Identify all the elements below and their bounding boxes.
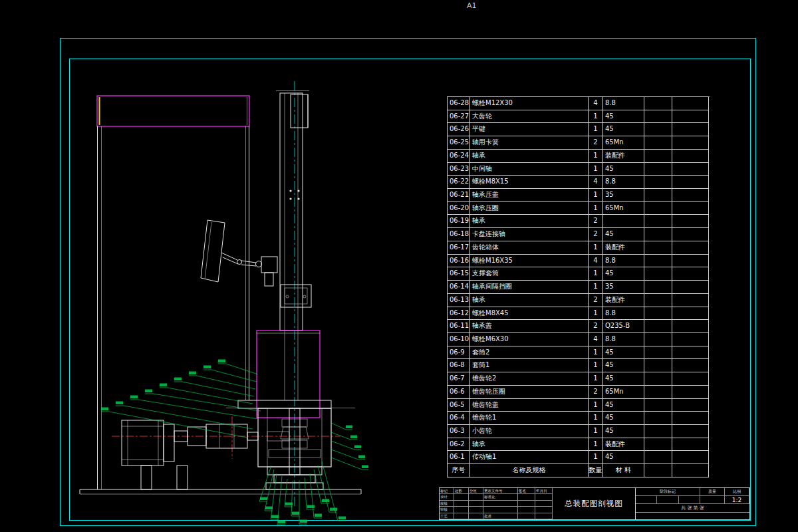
bom-cell-qty: 1 — [589, 438, 603, 452]
bom-row: 06-13轴承2装配件 — [448, 294, 710, 307]
revision-table: 标记 处数 分区 更改文件号 签名 年月日 设计 标准化 校核 审核 工艺 — [440, 488, 553, 519]
bom-cell-qty: 4 — [589, 97, 603, 110]
cad-canvas: A1 — [0, 0, 798, 532]
bom-row: 06-6锥齿轮压圈265Mn — [448, 386, 710, 399]
bom-row: 06-11轴承盖2Q235-B — [448, 320, 710, 333]
bom-cell-name: 轴承 — [470, 215, 589, 228]
bom-cell-material: 45 — [603, 228, 644, 241]
bom-cell-extra2 — [672, 386, 709, 399]
bom-cell-extra1 — [644, 228, 672, 241]
role-design: 设计 — [440, 494, 454, 500]
bom-cell-qty: 1 — [589, 150, 603, 163]
bom-cell-extra2 — [672, 228, 709, 241]
bom-cell-qty: 1 — [589, 359, 603, 372]
bom-cell-no: 06-13 — [448, 294, 470, 307]
bom-cell-extra2 — [672, 189, 709, 202]
mass-label: 质量 — [700, 488, 725, 496]
bom-cell-qty: 1 — [589, 399, 603, 412]
top-beam — [97, 96, 249, 489]
bom-cell-extra2 — [672, 255, 709, 268]
bom-cell-material: 45 — [603, 123, 644, 136]
bom-cell-extra1 — [644, 202, 672, 215]
bom-cell-extra2 — [672, 307, 709, 321]
bom-cell-extra1 — [644, 333, 672, 346]
bom-cell-extra2 — [672, 281, 709, 294]
bom-cell-material: 45 — [603, 359, 644, 372]
bom-cell-name: 轴承压盖 — [470, 189, 589, 202]
bom-cell-material: 45 — [603, 372, 644, 386]
bom-cell-qty: 1 — [589, 163, 603, 176]
bom-cell-qty: 1 — [589, 412, 603, 425]
bom-cell-extra1 — [644, 267, 672, 281]
bom-table: 06-28螺栓M12X3048.806-27大齿轮14506-26平键14506… — [447, 96, 710, 477]
bom-cell-material: 65Mn — [603, 386, 644, 399]
bom-cell-extra1 — [644, 451, 672, 464]
title-block-info: 阶段标记 质量 比例 1:2 共 张 第 张 — [636, 488, 749, 519]
bom-cell-qty: 1 — [589, 346, 603, 360]
bom-cell-material: 45 — [603, 412, 644, 425]
role-approve: 批准 — [483, 513, 518, 519]
bom-cell-qty: 数量 — [589, 464, 603, 477]
bom-cell-no: 06-22 — [448, 176, 470, 189]
bom-cell-extra2 — [672, 163, 709, 176]
bom-row: 06-10螺栓M6X3048.8 — [448, 333, 710, 346]
bom-cell-name: 锥齿轮2 — [470, 372, 589, 386]
bom-cell-extra2 — [672, 412, 709, 425]
role-audit: 审核 — [440, 507, 454, 513]
bom-cell-extra1 — [644, 123, 672, 136]
bom-cell-extra1 — [644, 372, 672, 386]
bom-cell-extra1 — [644, 241, 672, 255]
bom-row: 06-8套筒1145 — [448, 359, 710, 372]
bom-cell-no: 06-4 — [448, 412, 470, 425]
bom-cell-extra1 — [644, 255, 672, 268]
bom-cell-no: 06-2 — [448, 438, 470, 452]
bom-cell-material: Q235-B — [603, 320, 644, 333]
bom-cell-extra2 — [672, 425, 709, 438]
bom-cell-qty: 1 — [589, 241, 603, 255]
bom-cell-material: 8.8 — [603, 255, 644, 268]
rev-header: 标记 — [440, 488, 454, 494]
bom-cell-no: 06-9 — [448, 346, 470, 360]
bom-cell-name: 螺栓M8X45 — [470, 307, 589, 321]
mounting-plate — [226, 400, 355, 408]
bom-cell-name: 大齿轮 — [470, 110, 589, 124]
bom-cell-name: 支撑套筒 — [470, 267, 589, 281]
scale-label: 比例 — [725, 488, 749, 496]
bom-row: 06-27大齿轮145 — [448, 110, 710, 124]
bom-cell-material: 45 — [603, 451, 644, 464]
bom-cell-name: 轴承间隔挡圈 — [470, 281, 589, 294]
bom-cell-name: 小齿轮 — [470, 425, 589, 438]
bom-row: 06-28螺栓M12X3048.8 — [448, 97, 710, 110]
bom-cell-name: 齿轮箱体 — [470, 241, 589, 255]
monitor-arm — [201, 220, 277, 286]
bom-cell-name: 平键 — [470, 123, 589, 136]
bom-row: 06-5锥齿轮盖145 — [448, 399, 710, 412]
bom-cell-material: 装配件 — [603, 241, 644, 255]
bom-cell-no: 06-17 — [448, 241, 470, 255]
bom-cell-name: 传动轴1 — [470, 451, 589, 464]
bom-cell-no: 06-15 — [448, 267, 470, 281]
bom-cell-extra2 — [672, 359, 709, 372]
bom-cell-material: 装配件 — [603, 150, 644, 163]
bom-cell-extra1 — [644, 438, 672, 452]
bom-cell-no: 06-28 — [448, 97, 470, 110]
bom-cell-qty: 2 — [589, 294, 603, 307]
bom-cell-material: 8.8 — [603, 176, 644, 189]
bom-cell-qty: 2 — [589, 320, 603, 333]
bom-cell-no: 06-7 — [448, 372, 470, 386]
bom-cell-extra2 — [672, 464, 709, 477]
bom-row: 06-4锥齿轮1145 — [448, 412, 710, 425]
title-block: 标记 处数 分区 更改文件号 签名 年月日 设计 标准化 校核 审核 工艺 — [439, 487, 750, 520]
vertical-column — [276, 91, 309, 401]
bom-cell-no: 06-6 — [448, 386, 470, 399]
bom-cell-no: 06-12 — [448, 307, 470, 321]
bom-row: 06-22螺栓M8X1548.8 — [448, 176, 710, 189]
bom-row: 06-24轴承1装配件 — [448, 150, 710, 163]
bom-cell-no: 06-26 — [448, 123, 470, 136]
bom-cell-extra2 — [672, 136, 709, 150]
bom-cell-no: 06-14 — [448, 281, 470, 294]
machine-body-box — [257, 331, 320, 418]
bom-cell-extra2 — [672, 320, 709, 333]
bom-row: 06-20轴承压圈165Mn — [448, 202, 710, 215]
bom-cell-material: 45 — [603, 346, 644, 360]
